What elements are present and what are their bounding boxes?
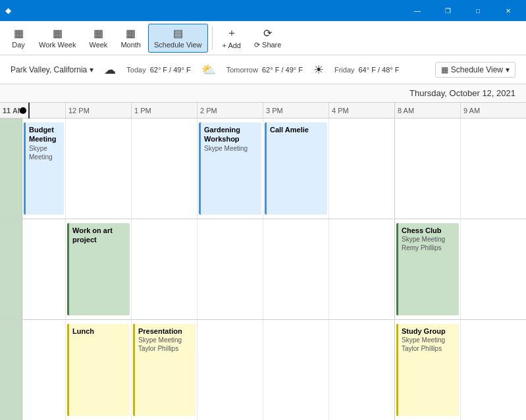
chess-club-event[interactable]: Chess Club Skype Meeting Remy Phillips xyxy=(396,223,459,315)
date-header: Thursday, October 12, 2021 xyxy=(0,84,526,103)
schedule-label: Schedule View xyxy=(154,41,202,49)
location-text: Park Valley, California xyxy=(11,65,87,74)
gardening-workshop-event[interactable]: Gardening Workshop Skype Meeting xyxy=(199,122,261,215)
hour-9am: 9 AM xyxy=(461,103,526,118)
tomorrow-temp: 62° F / 49° F xyxy=(262,66,303,74)
presentation-event[interactable]: Presentation Skype Meeting Taylor Philli… xyxy=(133,324,196,416)
seg-1pm-r2 xyxy=(132,219,197,319)
add-icon: ＋ xyxy=(226,26,237,40)
row-green-bar xyxy=(0,118,22,219)
hour-12pm: 12 PM xyxy=(66,103,132,118)
title-bar: ◆ — ❐ □ ✕ xyxy=(0,0,526,21)
work-art-title: Work on art project xyxy=(72,226,126,245)
right-9am-r2 xyxy=(461,219,526,319)
share-icon: ⟳ xyxy=(263,27,272,39)
budget-meeting-event[interactable]: Budget Meeting Skype Meeting xyxy=(24,122,64,215)
month-label: Month xyxy=(120,41,141,49)
time-dot xyxy=(20,107,26,114)
lunch-event[interactable]: Lunch xyxy=(67,324,130,416)
event-row-3: Lunch Presentation Skype Meeting Taylor … xyxy=(0,320,526,420)
view-selector[interactable]: ▦ Schedule View ▾ xyxy=(435,62,515,78)
workweek-view-button[interactable]: ▦ Work Week xyxy=(33,24,82,53)
share-label: ⟳ Share xyxy=(254,41,281,49)
seg-3pm-r3 xyxy=(263,320,329,420)
cloud-icon: ☁ xyxy=(104,63,116,77)
chess-club-title: Chess Club xyxy=(402,226,456,235)
share-button[interactable]: ⟳ ⟳ Share xyxy=(248,24,287,53)
schedule-view-button[interactable]: ▤ Schedule View xyxy=(148,24,208,53)
ribbon: ▦ Day ▦ Work Week ▦ Week ▦ Month ▤ Sched… xyxy=(0,21,526,55)
workweek-label: Work Week xyxy=(39,41,76,49)
view-buttons: ▦ Day ▦ Work Week ▦ Week ▦ Month ▤ Sched… xyxy=(5,24,208,53)
seg-4pm-r2 xyxy=(329,219,394,319)
hour-4pm: 4 PM xyxy=(329,103,395,118)
month-view-button[interactable]: ▦ Month xyxy=(115,24,147,53)
friday-label: Friday xyxy=(334,66,355,74)
week-view-button[interactable]: ▦ Week xyxy=(83,24,113,53)
call-amelie-title: Call Amelie xyxy=(270,125,324,134)
chess-club-sub1: Skype Meeting xyxy=(402,235,456,244)
tomorrow-weather: Tomorrow 62° F / 49° F xyxy=(226,66,303,74)
window-controls: — ❐ □ ✕ xyxy=(402,0,523,21)
hour-2pm: 2 PM xyxy=(197,103,263,118)
view-selector-icon: ▦ xyxy=(441,65,448,74)
budget-meeting-sub: Skype Meeting xyxy=(29,144,61,161)
study-group-title: Study Group xyxy=(402,327,456,336)
study-group-sub1: Skype Meeting xyxy=(402,336,456,344)
seg-2pm-r1: Gardening Workshop Skype Meeting xyxy=(197,118,263,219)
view-selector-dropdown: ▾ xyxy=(506,65,510,74)
call-amelie-event[interactable]: Call Amelie xyxy=(265,122,327,215)
schedule-icon: ▤ xyxy=(173,27,183,39)
right-8am-r2: Chess Club Skype Meeting Remy Phillips xyxy=(395,219,461,319)
month-icon: ▦ xyxy=(126,27,136,39)
work-art-event[interactable]: Work on art project xyxy=(67,223,130,315)
minimize-button[interactable]: — xyxy=(402,0,433,21)
presentation-sub1: Skype Meeting xyxy=(138,336,192,344)
left-panel-row2: Work on art project xyxy=(0,219,395,319)
budget-meeting-title: Budget Meeting xyxy=(29,125,61,144)
tomorrow-label: Tomorrow xyxy=(226,66,258,74)
maximize-button[interactable]: □ xyxy=(463,0,493,21)
seg-11am-r1: Budget Meeting Skype Meeting xyxy=(22,118,66,219)
today-weather: Today 62° F / 49° F xyxy=(126,66,190,74)
event-row-2: Work on art project Chess Club Skype Mee… xyxy=(0,219,526,320)
right-9am-r3 xyxy=(461,320,526,420)
hour-11am: 11 AM xyxy=(0,103,66,118)
close-button[interactable]: ✕ xyxy=(493,0,523,21)
seg-12pm-r2: Work on art project xyxy=(66,219,132,319)
day-view-button[interactable]: ▦ Day xyxy=(5,24,32,53)
right-panel-row1 xyxy=(395,118,526,219)
seg-2pm-r3 xyxy=(197,320,263,420)
add-label: + Add xyxy=(223,41,241,49)
location-selector[interactable]: Park Valley, California ▾ xyxy=(11,65,93,74)
right-8am-r3: Study Group Skype Meeting Taylor Phillip… xyxy=(395,320,461,420)
left-panel-row1: Budget Meeting Skype Meeting Gardening W… xyxy=(0,118,395,219)
right-8am-r1 xyxy=(395,118,461,219)
lunch-title: Lunch xyxy=(72,327,126,336)
study-group-event[interactable]: Study Group Skype Meeting Taylor Phillip… xyxy=(396,324,459,416)
seg-4pm-r3 xyxy=(329,320,394,420)
add-button[interactable]: ＋ + Add xyxy=(217,24,247,53)
day-label: Day xyxy=(12,41,25,49)
hour-3pm: 3 PM xyxy=(263,103,329,118)
left-panel-row3: Lunch Presentation Skype Meeting Taylor … xyxy=(0,320,395,420)
restore-button[interactable]: ❐ xyxy=(433,0,463,21)
seg-12pm-r3: Lunch xyxy=(66,320,132,420)
seg-3pm-r1: Call Amelie xyxy=(263,118,329,219)
presentation-sub2: Taylor Phillips xyxy=(138,344,192,353)
study-group-sub2: Taylor Phillips xyxy=(402,344,456,353)
weather-bar: Park Valley, California ▾ ☁ Today 62° F … xyxy=(0,55,526,84)
date-text: Thursday, October 12, 2021 xyxy=(409,88,515,98)
hour-1pm: 1 PM xyxy=(132,103,197,118)
row-green-bar-3 xyxy=(0,320,22,420)
hour-header-row: 11 AM 12 PM 1 PM 2 PM 3 PM 4 PM 8 AM 9 A… xyxy=(0,103,526,118)
right-panel-row2: Chess Club Skype Meeting Remy Phillips xyxy=(395,219,526,319)
seg-4pm-r1 xyxy=(329,118,394,219)
sun-icon: ☀ xyxy=(313,63,324,77)
week-label: Week xyxy=(89,41,107,49)
seg-12pm-r1 xyxy=(66,118,132,219)
seg-1pm-r1 xyxy=(132,118,197,219)
app-gem-icon: ◆ xyxy=(5,6,11,15)
current-time-indicator xyxy=(23,103,30,118)
presentation-title: Presentation xyxy=(138,327,192,336)
